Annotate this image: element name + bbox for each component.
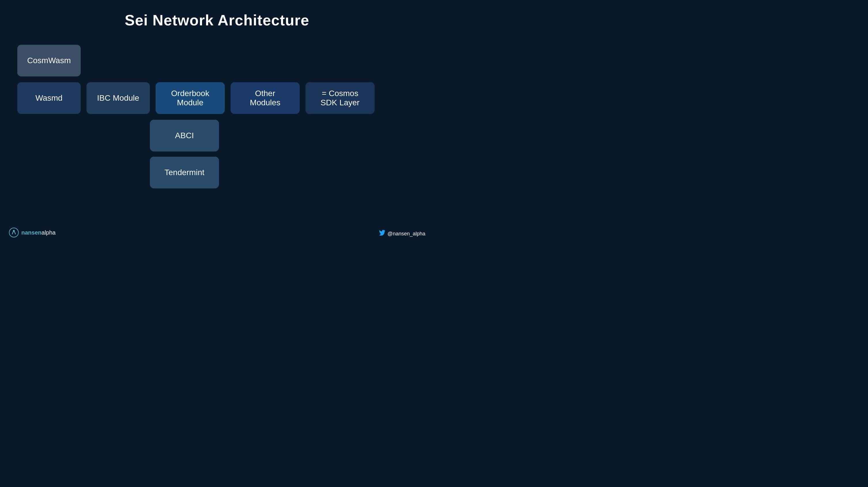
logo-text: nansenalpha xyxy=(21,229,56,236)
logo: nansenalpha xyxy=(9,227,56,238)
logo-brand: nansen xyxy=(21,229,41,236)
row-middle: Wasmd IBC Module OrderbookModule OtherMo… xyxy=(17,82,415,114)
twitter-handle-area: @nansen_alpha xyxy=(379,230,425,238)
abci-box: ABCI xyxy=(150,120,219,151)
ibc-label: IBC Module xyxy=(97,93,139,103)
cosmos-sdk-label: = CosmosSDK Layer xyxy=(320,89,359,107)
row-cosmwasm: CosmWasm xyxy=(17,45,415,77)
tendermint-box: Tendermint xyxy=(150,157,219,189)
twitter-icon xyxy=(379,230,385,238)
svg-point-0 xyxy=(9,228,19,237)
center-stack: ABCI Tendermint xyxy=(150,120,219,189)
cosmwasm-box: CosmWasm xyxy=(17,45,81,77)
other-modules-label: OtherModules xyxy=(250,89,280,107)
svg-point-1 xyxy=(13,230,15,232)
page-title: Sei Network Architecture xyxy=(0,0,434,29)
cosmwasm-label: CosmWasm xyxy=(27,56,71,65)
nansen-logo-icon xyxy=(9,227,19,238)
wasmd-label: Wasmd xyxy=(35,93,63,103)
wasmd-box: Wasmd xyxy=(17,82,81,114)
tendermint-label: Tendermint xyxy=(164,168,205,177)
cosmos-sdk-box: = CosmosSDK Layer xyxy=(306,82,375,114)
logo-suffix: alpha xyxy=(41,229,56,236)
abci-label: ABCI xyxy=(175,131,194,140)
twitter-handle: @nansen_alpha xyxy=(388,231,425,237)
ibc-box: IBC Module xyxy=(87,82,150,114)
orderbook-box: OrderbookModule xyxy=(156,82,225,114)
orderbook-label: OrderbookModule xyxy=(171,89,209,107)
other-modules-box: OtherModules xyxy=(230,82,300,114)
diagram: CosmWasm Wasmd IBC Module OrderbookModul… xyxy=(0,45,434,189)
